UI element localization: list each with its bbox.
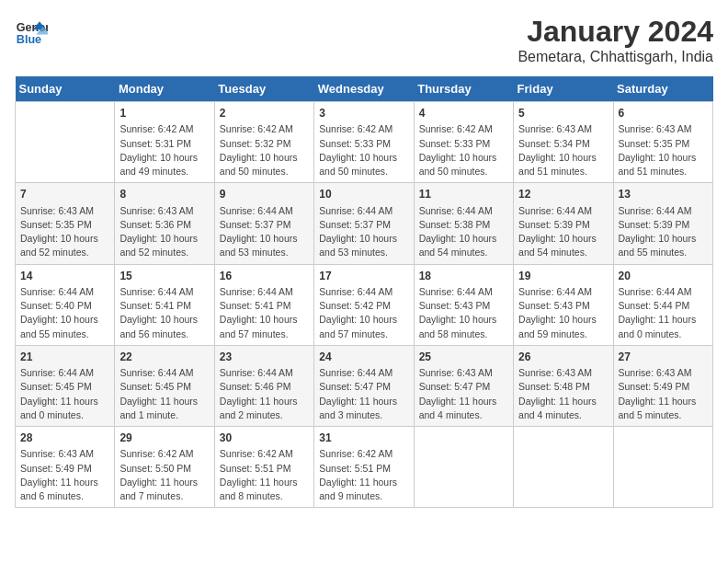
day-info: Sunrise: 6:43 AM Sunset: 5:34 PM Dayligh…	[518, 122, 608, 178]
day-info: Sunrise: 6:43 AM Sunset: 5:49 PM Dayligh…	[619, 366, 708, 422]
day-number: 27	[619, 350, 708, 365]
day-info: Sunrise: 6:44 AM Sunset: 5:45 PM Dayligh…	[20, 366, 109, 422]
day-info: Sunrise: 6:44 AM Sunset: 5:40 PM Dayligh…	[20, 285, 109, 341]
calendar-cell	[613, 427, 712, 508]
calendar-cell: 7Sunrise: 6:43 AM Sunset: 5:35 PM Daylig…	[16, 183, 115, 264]
calendar-cell	[414, 427, 513, 508]
day-number: 16	[220, 269, 309, 284]
calendar-cell: 18Sunrise: 6:44 AM Sunset: 5:43 PM Dayli…	[414, 264, 513, 345]
day-info: Sunrise: 6:44 AM Sunset: 5:45 PM Dayligh…	[119, 366, 209, 422]
header-row: SundayMondayTuesdayWednesdayThursdayFrid…	[16, 76, 713, 102]
day-info: Sunrise: 6:44 AM Sunset: 5:46 PM Dayligh…	[220, 366, 309, 422]
day-info: Sunrise: 6:44 AM Sunset: 5:38 PM Dayligh…	[419, 204, 508, 260]
header-day-thursday: Thursday	[414, 76, 513, 102]
day-info: Sunrise: 6:42 AM Sunset: 5:33 PM Dayligh…	[419, 122, 508, 178]
week-row-3: 14Sunrise: 6:44 AM Sunset: 5:40 PM Dayli…	[16, 264, 713, 345]
day-number: 11	[419, 187, 508, 202]
day-number: 26	[518, 350, 608, 365]
calendar-cell: 12Sunrise: 6:44 AM Sunset: 5:39 PM Dayli…	[514, 183, 613, 264]
day-info: Sunrise: 6:43 AM Sunset: 5:47 PM Dayligh…	[419, 366, 508, 422]
calendar-cell: 17Sunrise: 6:44 AM Sunset: 5:42 PM Dayli…	[314, 264, 414, 345]
header-day-wednesday: Wednesday	[314, 76, 414, 102]
calendar-cell: 25Sunrise: 6:43 AM Sunset: 5:47 PM Dayli…	[414, 345, 513, 426]
day-number: 29	[119, 431, 209, 446]
day-info: Sunrise: 6:44 AM Sunset: 5:43 PM Dayligh…	[518, 285, 608, 341]
day-info: Sunrise: 6:44 AM Sunset: 5:44 PM Dayligh…	[619, 285, 708, 341]
logo: General Blue	[15, 15, 48, 48]
calendar-body: 1Sunrise: 6:42 AM Sunset: 5:31 PM Daylig…	[16, 102, 713, 508]
calendar-cell: 23Sunrise: 6:44 AM Sunset: 5:46 PM Dayli…	[214, 345, 313, 426]
calendar-cell	[16, 102, 115, 183]
day-number: 8	[119, 187, 209, 202]
day-info: Sunrise: 6:42 AM Sunset: 5:32 PM Dayligh…	[220, 122, 309, 178]
day-number: 13	[619, 187, 708, 202]
day-number: 14	[20, 269, 109, 284]
logo-icon: General Blue	[15, 15, 48, 48]
calendar-cell: 19Sunrise: 6:44 AM Sunset: 5:43 PM Dayli…	[514, 264, 613, 345]
day-number: 9	[220, 187, 309, 202]
day-info: Sunrise: 6:43 AM Sunset: 5:49 PM Dayligh…	[20, 447, 109, 503]
day-number: 23	[220, 350, 309, 365]
day-info: Sunrise: 6:44 AM Sunset: 5:41 PM Dayligh…	[119, 285, 209, 341]
calendar-cell: 20Sunrise: 6:44 AM Sunset: 5:44 PM Dayli…	[613, 264, 712, 345]
calendar-cell: 29Sunrise: 6:42 AM Sunset: 5:50 PM Dayli…	[115, 427, 214, 508]
week-row-4: 21Sunrise: 6:44 AM Sunset: 5:45 PM Dayli…	[16, 345, 713, 426]
calendar-cell: 9Sunrise: 6:44 AM Sunset: 5:37 PM Daylig…	[214, 183, 313, 264]
day-number: 21	[20, 350, 109, 365]
day-number: 3	[319, 106, 408, 121]
day-number: 20	[619, 269, 708, 284]
svg-text:Blue: Blue	[17, 33, 41, 46]
day-number: 28	[20, 431, 109, 446]
day-number: 25	[419, 350, 508, 365]
calendar-cell: 13Sunrise: 6:44 AM Sunset: 5:39 PM Dayli…	[613, 183, 712, 264]
day-info: Sunrise: 6:43 AM Sunset: 5:35 PM Dayligh…	[619, 122, 708, 178]
day-info: Sunrise: 6:42 AM Sunset: 5:51 PM Dayligh…	[220, 447, 309, 503]
day-info: Sunrise: 6:42 AM Sunset: 5:50 PM Dayligh…	[119, 447, 209, 503]
day-info: Sunrise: 6:44 AM Sunset: 5:37 PM Dayligh…	[319, 204, 408, 260]
calendar-cell: 21Sunrise: 6:44 AM Sunset: 5:45 PM Dayli…	[16, 345, 115, 426]
week-row-2: 7Sunrise: 6:43 AM Sunset: 5:35 PM Daylig…	[16, 183, 713, 264]
day-info: Sunrise: 6:43 AM Sunset: 5:35 PM Dayligh…	[20, 204, 109, 260]
day-info: Sunrise: 6:44 AM Sunset: 5:42 PM Dayligh…	[319, 285, 408, 341]
header-day-friday: Friday	[514, 76, 613, 102]
calendar-cell: 24Sunrise: 6:44 AM Sunset: 5:47 PM Dayli…	[314, 345, 414, 426]
calendar-cell: 15Sunrise: 6:44 AM Sunset: 5:41 PM Dayli…	[115, 264, 214, 345]
calendar-cell: 16Sunrise: 6:44 AM Sunset: 5:41 PM Dayli…	[214, 264, 313, 345]
calendar-cell: 27Sunrise: 6:43 AM Sunset: 5:49 PM Dayli…	[613, 345, 712, 426]
calendar-cell: 30Sunrise: 6:42 AM Sunset: 5:51 PM Dayli…	[214, 427, 313, 508]
day-info: Sunrise: 6:42 AM Sunset: 5:33 PM Dayligh…	[319, 122, 408, 178]
calendar-cell: 22Sunrise: 6:44 AM Sunset: 5:45 PM Dayli…	[115, 345, 214, 426]
calendar-header: SundayMondayTuesdayWednesdayThursdayFrid…	[16, 76, 713, 102]
calendar-cell: 10Sunrise: 6:44 AM Sunset: 5:37 PM Dayli…	[314, 183, 414, 264]
calendar-cell: 11Sunrise: 6:44 AM Sunset: 5:38 PM Dayli…	[414, 183, 513, 264]
day-number: 6	[619, 106, 708, 121]
main-title: January 2024	[518, 15, 713, 49]
header-day-saturday: Saturday	[613, 76, 712, 102]
day-number: 2	[220, 106, 309, 121]
day-info: Sunrise: 6:42 AM Sunset: 5:51 PM Dayligh…	[319, 447, 408, 503]
day-info: Sunrise: 6:43 AM Sunset: 5:48 PM Dayligh…	[518, 366, 608, 422]
day-info: Sunrise: 6:44 AM Sunset: 5:39 PM Dayligh…	[619, 204, 708, 260]
calendar-cell: 3Sunrise: 6:42 AM Sunset: 5:33 PM Daylig…	[314, 102, 414, 183]
week-row-5: 28Sunrise: 6:43 AM Sunset: 5:49 PM Dayli…	[16, 427, 713, 508]
calendar-table: SundayMondayTuesdayWednesdayThursdayFrid…	[15, 76, 713, 508]
day-info: Sunrise: 6:44 AM Sunset: 5:47 PM Dayligh…	[319, 366, 408, 422]
calendar-cell	[514, 427, 613, 508]
day-info: Sunrise: 6:44 AM Sunset: 5:39 PM Dayligh…	[518, 204, 608, 260]
day-number: 17	[319, 269, 408, 284]
calendar-cell: 2Sunrise: 6:42 AM Sunset: 5:32 PM Daylig…	[214, 102, 313, 183]
subtitle: Bemetara, Chhattisgarh, India	[518, 49, 713, 65]
calendar-cell: 1Sunrise: 6:42 AM Sunset: 5:31 PM Daylig…	[115, 102, 214, 183]
day-number: 5	[518, 106, 608, 121]
day-number: 18	[419, 269, 508, 284]
calendar-cell: 31Sunrise: 6:42 AM Sunset: 5:51 PM Dayli…	[314, 427, 414, 508]
calendar-cell: 5Sunrise: 6:43 AM Sunset: 5:34 PM Daylig…	[514, 102, 613, 183]
calendar-cell: 6Sunrise: 6:43 AM Sunset: 5:35 PM Daylig…	[613, 102, 712, 183]
calendar-cell: 28Sunrise: 6:43 AM Sunset: 5:49 PM Dayli…	[16, 427, 115, 508]
calendar-cell: 26Sunrise: 6:43 AM Sunset: 5:48 PM Dayli…	[514, 345, 613, 426]
day-number: 4	[419, 106, 508, 121]
header-day-tuesday: Tuesday	[214, 76, 313, 102]
header-day-monday: Monday	[115, 76, 214, 102]
calendar-cell: 8Sunrise: 6:43 AM Sunset: 5:36 PM Daylig…	[115, 183, 214, 264]
header: General Blue January 2024 Bemetara, Chha…	[15, 15, 713, 65]
